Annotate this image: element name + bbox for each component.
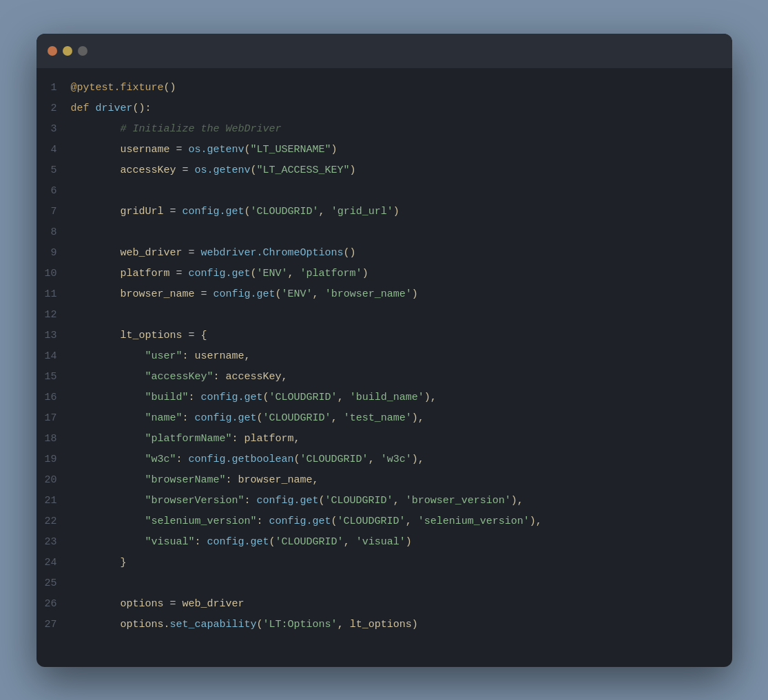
code-line-21: 21 "browserVersion": config.get('CLOUDGR… (37, 492, 732, 513)
line-content-18: "platformName": platform, (71, 431, 300, 447)
code-line-10: 10 platform = config.get('ENV', 'platfor… (37, 265, 732, 286)
line-num-16: 16 (37, 392, 71, 403)
line-content-22: "selenium_version": config.get('CLOUDGRI… (71, 513, 542, 530)
line-content-9: web_driver = webdriver.ChromeOptions() (71, 245, 356, 262)
code-line-5: 5 accessKey = os.getenv("LT_ACCESS_KEY") (37, 162, 732, 182)
code-line-12: 12 (37, 306, 732, 327)
line-content-24: } (71, 555, 127, 571)
code-line-22: 22 "selenium_version": config.get('CLOUD… (37, 513, 732, 533)
line-num-3: 3 (37, 123, 71, 135)
line-content-16: "build": config.get('CLOUDGRID', 'build_… (71, 390, 437, 406)
line-num-11: 11 (37, 288, 71, 300)
line-num-18: 18 (37, 433, 71, 445)
line-content-6 (71, 183, 77, 200)
line-content-26: options = web_driver (71, 596, 245, 613)
line-num-13: 13 (37, 330, 71, 341)
line-content-1: @pytest.fixture() (71, 80, 176, 96)
code-line-16: 16 "build": config.get('CLOUDGRID', 'bui… (37, 389, 732, 410)
line-content-23: "visual": config.get('CLOUDGRID', 'visua… (71, 534, 412, 551)
code-line-6: 6 (37, 182, 732, 203)
line-content-25 (71, 575, 77, 592)
code-line-3: 3 # Initialize the WebDriver (37, 120, 732, 141)
line-content-12 (71, 307, 77, 324)
line-content-15: "accessKey": accessKey, (71, 369, 288, 385)
line-content-8 (71, 224, 77, 241)
line-content-11: browser_name = config.get('ENV', 'browse… (71, 286, 418, 303)
line-content-13: lt_options = { (71, 328, 207, 344)
line-content-20: "browserName": browser_name, (71, 472, 319, 489)
line-num-4: 4 (37, 144, 71, 156)
line-num-10: 10 (37, 268, 71, 279)
line-content-17: "name": config.get('CLOUDGRID', 'test_na… (71, 410, 424, 427)
code-line-8: 8 (37, 224, 732, 244)
code-line-24: 24 } (37, 554, 732, 575)
line-content-5: accessKey = os.getenv("LT_ACCESS_KEY") (71, 162, 356, 179)
line-num-17: 17 (37, 412, 71, 424)
code-editor-window: 1 @pytest.fixture() 2 def driver(): 3 # … (37, 34, 732, 667)
line-num-25: 25 (37, 577, 71, 589)
line-content-2: def driver(): (71, 100, 152, 117)
line-num-23: 23 (37, 536, 71, 548)
close-button[interactable] (48, 46, 57, 56)
line-content-19: "w3c": config.getboolean('CLOUDGRID', 'w… (71, 452, 424, 468)
line-num-1: 1 (37, 82, 71, 94)
line-num-20: 20 (37, 474, 71, 486)
code-line-20: 20 "browserName": browser_name, (37, 471, 732, 492)
line-content-7: gridUrl = config.get('CLOUDGRID', 'grid_… (71, 204, 399, 220)
titlebar (37, 34, 732, 68)
line-num-15: 15 (37, 371, 71, 383)
line-num-2: 2 (37, 103, 71, 114)
code-line-23: 23 "visual": config.get('CLOUDGRID', 'vi… (37, 533, 732, 554)
code-line-27: 27 options.set_capability('LT:Options', … (37, 616, 732, 637)
code-line-13: 13 lt_options = { (37, 327, 732, 348)
code-line-14: 14 "user": username, (37, 348, 732, 368)
traffic-lights (48, 46, 87, 56)
code-line-1: 1 @pytest.fixture() (37, 79, 732, 100)
line-num-14: 14 (37, 350, 71, 362)
code-line-9: 9 web_driver = webdriver.ChromeOptions() (37, 244, 732, 265)
minimize-button[interactable] (63, 46, 72, 56)
line-num-24: 24 (37, 557, 71, 569)
code-line-7: 7 gridUrl = config.get('CLOUDGRID', 'gri… (37, 203, 732, 224)
line-num-26: 26 (37, 598, 71, 610)
code-line-2: 2 def driver(): (37, 100, 732, 120)
line-num-19: 19 (37, 454, 71, 465)
code-line-11: 11 browser_name = config.get('ENV', 'bro… (37, 286, 732, 306)
line-content-21: "browserVersion": config.get('CLOUDGRID'… (71, 493, 523, 509)
line-num-5: 5 (37, 165, 71, 176)
line-content-4: username = os.getenv("LT_USERNAME") (71, 142, 338, 158)
code-line-26: 26 options = web_driver (37, 595, 732, 616)
line-content-10: platform = config.get('ENV', 'platform') (71, 266, 369, 282)
code-line-19: 19 "w3c": config.getboolean('CLOUDGRID',… (37, 451, 732, 471)
line-num-21: 21 (37, 495, 71, 507)
line-content-27: options.set_capability('LT:Options', lt_… (71, 617, 418, 633)
line-num-22: 22 (37, 516, 71, 527)
line-num-7: 7 (37, 206, 71, 218)
line-num-12: 12 (37, 309, 71, 321)
line-num-27: 27 (37, 619, 71, 630)
maximize-button[interactable] (78, 46, 87, 56)
line-num-8: 8 (37, 226, 71, 238)
code-line-4: 4 username = os.getenv("LT_USERNAME") (37, 141, 732, 162)
line-content-14: "user": username, (71, 348, 251, 365)
code-line-18: 18 "platformName": platform, (37, 430, 732, 451)
line-num-6: 6 (37, 185, 71, 197)
code-line-15: 15 "accessKey": accessKey, (37, 368, 732, 389)
code-line-17: 17 "name": config.get('CLOUDGRID', 'test… (37, 410, 732, 430)
line-num-9: 9 (37, 247, 71, 259)
code-line-25: 25 (37, 575, 732, 595)
code-editor-body: 1 @pytest.fixture() 2 def driver(): 3 # … (37, 68, 732, 667)
line-content-3: # Initialize the WebDriver (71, 121, 282, 138)
